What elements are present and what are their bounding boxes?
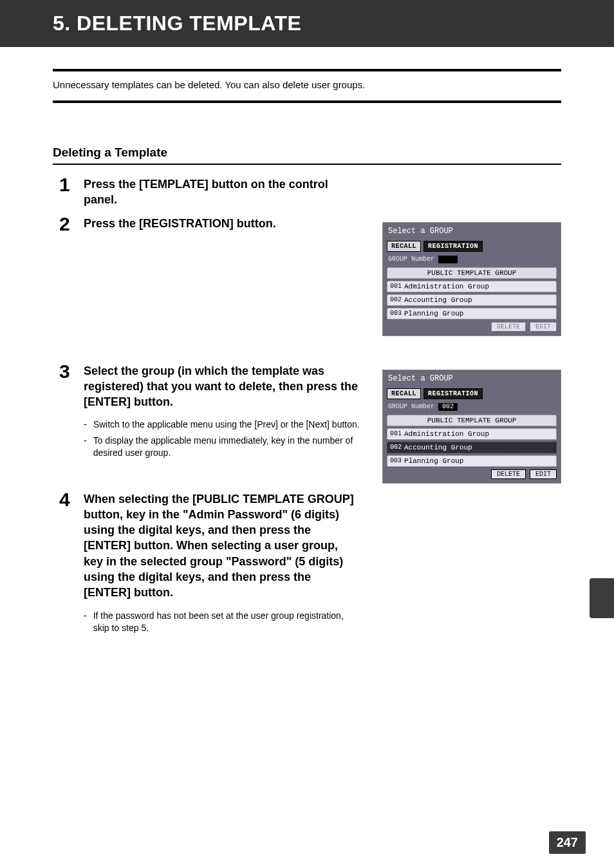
step-title: Press the [REGISTRATION] button. (84, 216, 360, 231)
lcd-edit-button: EDIT (530, 322, 557, 332)
step-3: 3 Select the group (in which the templat… (53, 362, 561, 484)
lcd-row-idx: 001 (390, 430, 402, 438)
step-number: 1 (59, 175, 76, 194)
lcd-row-label: Administration Group (404, 283, 489, 290)
lcd-row-001: 001 Administration Group (387, 281, 557, 292)
lcd-row-label: Accounting Group (404, 296, 472, 304)
lcd-group-number-field: 002 (438, 403, 458, 411)
lcd-group-number-label: GROUP Number (388, 256, 434, 263)
lcd-row-idx: 003 (390, 457, 402, 465)
lcd-tab-registration: REGISTRATION (423, 241, 483, 252)
lcd-row-idx: 001 (390, 283, 402, 290)
steps-list: 1 Press the [TEMPLATE] button on the con… (53, 175, 561, 637)
step-1: 1 Press the [TEMPLATE] button on the con… (53, 175, 561, 208)
page-number: 247 (549, 831, 586, 854)
lcd-row-public: PUBLIC TEMPLATE GROUP (387, 415, 557, 426)
lcd-header: Select a GROUP (383, 370, 561, 386)
note-item: - If the password has not been set at th… (84, 610, 360, 634)
lcd-tab-recall: RECALL (387, 241, 421, 252)
subheading: Deleting a Template (53, 146, 561, 165)
lcd-row-label: Administration Group (404, 430, 489, 438)
lcd-row-idx: 002 (390, 296, 402, 304)
lcd-tab-recall: RECALL (387, 388, 421, 399)
lcd-group-number-field (438, 256, 458, 263)
step-4: 4 When selecting the [PUBLIC TEMPLATE GR… (53, 490, 561, 638)
lcd-group-number-label: GROUP Number (388, 403, 434, 410)
intro-block: Unnecessary templates can be deleted. Yo… (53, 69, 561, 103)
lcd-row-003: 003 Planning Group (387, 455, 557, 467)
step-number: 4 (59, 490, 76, 509)
step-number: 2 (59, 214, 76, 234)
step-number: 3 (59, 362, 76, 381)
note-text: If the password has not been set at the … (93, 610, 360, 634)
dash-icon: - (84, 610, 87, 634)
lcd-row-label: Planning Group (404, 310, 463, 317)
chapter-title-bar: 5. DELETING TEMPLATE (0, 0, 614, 47)
lcd-header: Select a GROUP (383, 223, 561, 238)
lcd-delete-button: DELETE (491, 322, 526, 332)
lcd-edit-button: EDIT (530, 469, 557, 479)
rule-bottom (53, 100, 561, 103)
note-text: Switch to the applicable menu using the … (93, 419, 360, 431)
lcd-row-001: 001 Administration Group (387, 428, 557, 440)
step-2: 2 Press the [REGISTRATION] button. Selec… (53, 214, 561, 336)
lcd-row-002-selected: 002 Accounting Group (387, 442, 557, 453)
chapter-title: 5. DELETING TEMPLATE (53, 12, 614, 35)
step-title: When selecting the [PUBLIC TEMPLATE GROU… (84, 491, 360, 601)
step-title: Select the group (in which the template … (84, 363, 360, 410)
lcd-row-label: Accounting Group (404, 444, 472, 451)
lcd-screenshot-1: Select a GROUP RECALL REGISTRATION GROUP… (382, 222, 561, 336)
dash-icon: - (84, 435, 87, 459)
intro-text: Unnecessary templates can be deleted. Yo… (53, 71, 561, 100)
lcd-row-public: PUBLIC TEMPLATE GROUP (387, 267, 557, 279)
note-text: To display the applicable menu immediate… (93, 435, 360, 459)
dash-icon: - (84, 419, 87, 431)
step-title: Press the [TEMPLATE] button on the contr… (84, 176, 360, 208)
note-item: - To display the applicable menu immedia… (84, 435, 360, 459)
lcd-tab-registration: REGISTRATION (423, 388, 483, 399)
lcd-delete-button: DELETE (491, 469, 526, 479)
lcd-row-label: Planning Group (404, 457, 463, 465)
side-thumb-tab (590, 578, 614, 618)
lcd-row-idx: 002 (390, 444, 402, 451)
subheading-block: Deleting a Template (53, 146, 561, 165)
lcd-row-002: 002 Accounting Group (387, 294, 557, 306)
lcd-row-idx: 003 (390, 310, 402, 317)
lcd-row-003: 003 Planning Group (387, 308, 557, 319)
lcd-screenshot-2: Select a GROUP RECALL REGISTRATION GROUP… (382, 370, 561, 484)
note-item: - Switch to the applicable menu using th… (84, 419, 360, 431)
